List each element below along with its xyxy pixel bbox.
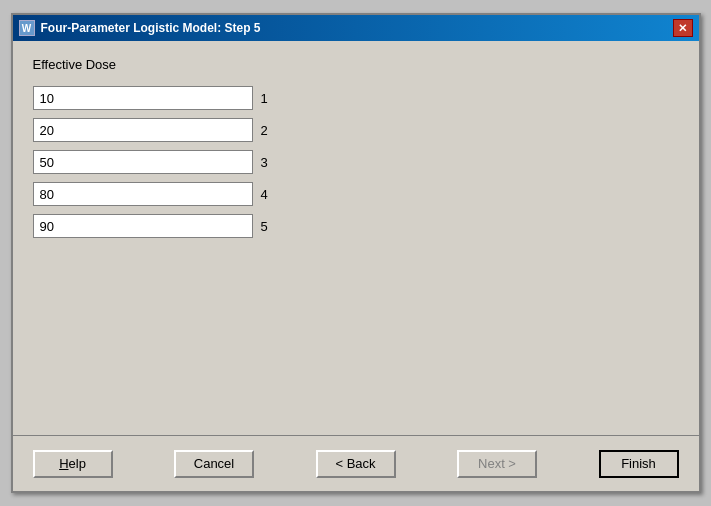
content-area: Effective Dose 1 2 3 4 5 <box>13 41 699 435</box>
close-button[interactable]: ✕ <box>673 19 693 37</box>
dose-input-1[interactable] <box>33 86 253 110</box>
row-number-4: 4 <box>261 187 268 202</box>
window-title: Four-Parameter Logistic Model: Step 5 <box>41 21 261 35</box>
main-window: W Four-Parameter Logistic Model: Step 5 … <box>11 13 701 493</box>
row-number-3: 3 <box>261 155 268 170</box>
dose-input-2[interactable] <box>33 118 253 142</box>
row-number-2: 2 <box>261 123 268 138</box>
input-row-2: 2 <box>33 118 679 142</box>
help-label: Help <box>59 456 86 471</box>
input-row-1: 1 <box>33 86 679 110</box>
title-bar-left: W Four-Parameter Logistic Model: Step 5 <box>19 20 261 36</box>
help-button[interactable]: Help <box>33 450 113 478</box>
cancel-button[interactable]: Cancel <box>174 450 254 478</box>
input-row-5: 5 <box>33 214 679 238</box>
close-icon: ✕ <box>678 22 687 35</box>
finish-label: Finish <box>621 456 656 471</box>
input-row-4: 4 <box>33 182 679 206</box>
dose-input-3[interactable] <box>33 150 253 174</box>
window-icon: W <box>19 20 35 36</box>
next-button[interactable]: Next > <box>457 450 537 478</box>
back-button[interactable]: < Back <box>316 450 396 478</box>
inputs-area: 1 2 3 4 5 <box>33 86 679 238</box>
input-row-3: 3 <box>33 150 679 174</box>
section-label: Effective Dose <box>33 57 679 72</box>
back-label: < Back <box>335 456 375 471</box>
cancel-label: Cancel <box>194 456 234 471</box>
next-label: Next > <box>478 456 516 471</box>
title-bar: W Four-Parameter Logistic Model: Step 5 … <box>13 15 699 41</box>
dose-input-4[interactable] <box>33 182 253 206</box>
finish-button[interactable]: Finish <box>599 450 679 478</box>
row-number-1: 1 <box>261 91 268 106</box>
row-number-5: 5 <box>261 219 268 234</box>
button-bar: Help Cancel < Back Next > Finish <box>13 435 699 491</box>
dose-input-5[interactable] <box>33 214 253 238</box>
